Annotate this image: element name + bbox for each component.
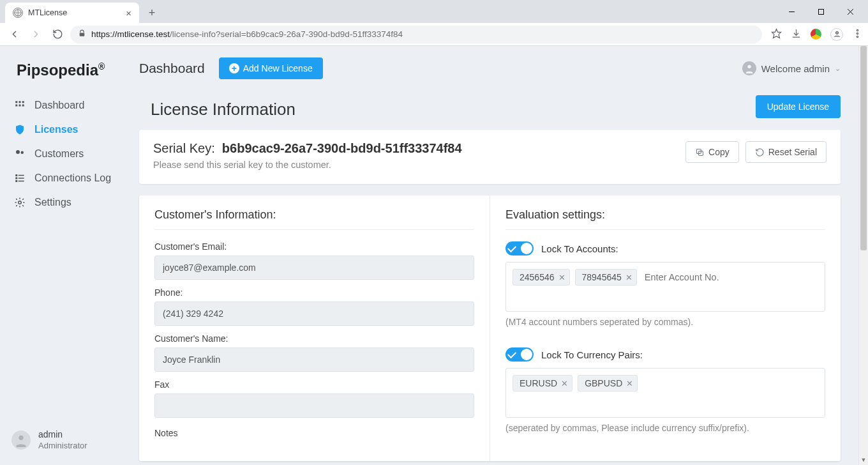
remove-icon[interactable]: ✕ — [558, 273, 565, 282]
sidebar-item-settings[interactable]: Settings — [0, 190, 128, 215]
bookmark-star-icon[interactable] — [771, 28, 782, 41]
profile-icon[interactable] — [830, 28, 843, 41]
section-title: Customer's Information: — [154, 208, 474, 230]
list-icon — [14, 172, 26, 184]
browser-tabbar: MTLicense × + — [0, 0, 868, 23]
notes-label: Notes — [154, 428, 474, 438]
scrollbar-thumb[interactable] — [860, 46, 867, 250]
window-minimize-button[interactable] — [777, 2, 805, 21]
footer-username: admin — [38, 429, 87, 441]
svg-rect-24 — [15, 180, 17, 182]
email-field[interactable] — [154, 255, 474, 280]
name-field[interactable] — [154, 347, 474, 372]
name-label: Customer's Name: — [154, 333, 474, 344]
copy-button[interactable]: Copy — [685, 141, 739, 163]
svg-point-19 — [21, 151, 24, 155]
main-content: Dashboard + Add New License Welcome admi… — [128, 46, 858, 465]
svg-point-26 — [19, 201, 22, 204]
svg-point-10 — [857, 33, 858, 34]
svg-rect-25 — [19, 181, 24, 182]
users-icon — [14, 148, 26, 160]
reset-serial-button[interactable]: Reset Serial — [745, 141, 827, 163]
close-icon[interactable]: × — [126, 8, 131, 19]
serial-key-value: b6b9cac9-26a7-390d-bd9d-51ff33374f84 — [222, 141, 462, 155]
page-scrollbar[interactable]: ▼ — [858, 46, 868, 465]
pairs-tagbox[interactable]: EURUSD✕ GBPUSD✕ — [505, 368, 825, 418]
section-title: Evaluation settings: — [505, 208, 825, 230]
sidebar-item-customers[interactable]: Customers — [0, 142, 128, 166]
user-menu[interactable]: Welcome admin ⌄ — [742, 61, 841, 75]
pair-tag[interactable]: GBPUSD✕ — [578, 375, 638, 392]
pair-tag[interactable]: EURUSD✕ — [513, 375, 572, 392]
svg-point-18 — [16, 150, 20, 154]
account-tag[interactable]: 78945645✕ — [575, 269, 637, 286]
remove-icon[interactable]: ✕ — [626, 379, 633, 388]
fax-field[interactable] — [154, 393, 474, 418]
account-input[interactable] — [642, 270, 768, 285]
grid-icon — [14, 100, 26, 111]
plus-icon: + — [229, 63, 239, 73]
kebab-menu-icon[interactable] — [852, 28, 863, 41]
svg-rect-5 — [80, 33, 85, 36]
sidebar-footer[interactable]: admin Administrator — [0, 423, 128, 457]
customer-info-panel: Customer's Information: Customer's Email… — [139, 195, 490, 461]
account-tag[interactable]: 2456546✕ — [513, 269, 570, 286]
accounts-tagbox[interactable]: 2456546✕ 78945645✕ — [505, 262, 825, 312]
avatar-icon — [742, 61, 756, 75]
svg-rect-15 — [15, 105, 17, 107]
sidebar-item-dashboard[interactable]: Dashboard — [0, 93, 128, 118]
svg-rect-14 — [22, 101, 24, 103]
serial-card: Serial Key: b6b9cac9-26a7-390d-bd9d-51ff… — [139, 130, 841, 184]
svg-rect-13 — [19, 101, 21, 103]
svg-rect-16 — [19, 105, 21, 107]
remove-icon[interactable]: ✕ — [561, 379, 568, 388]
breadcrumb-dashboard[interactable]: Dashboard — [139, 61, 205, 76]
remove-icon[interactable]: ✕ — [625, 273, 632, 282]
browser-tab[interactable]: MTLicense × — [5, 3, 139, 23]
phone-field[interactable] — [154, 301, 474, 326]
lock-accounts-toggle[interactable] — [505, 241, 534, 255]
sidebar-item-licenses[interactable]: Licenses — [0, 118, 128, 142]
button-label: Copy — [708, 147, 730, 157]
lock-accounts-label: Lock To Accounts: — [541, 243, 618, 254]
download-icon[interactable] — [791, 28, 802, 41]
update-license-button[interactable]: Update License — [756, 95, 841, 118]
window-maximize-button[interactable] — [807, 2, 835, 21]
serial-hint: Please send this serial key to the custo… — [153, 160, 685, 170]
lock-pairs-toggle[interactable] — [505, 347, 534, 362]
button-label: Add New License — [243, 63, 313, 73]
lock-icon — [78, 29, 86, 40]
serial-key-label: Serial Key: — [153, 141, 215, 155]
sidebar: Pipsopedia® Dashboard Licenses Customers — [0, 46, 128, 465]
add-new-license-button[interactable]: + Add New License — [219, 57, 323, 79]
svg-rect-12 — [15, 101, 17, 103]
scroll-down-arrow[interactable]: ▼ — [859, 455, 868, 465]
evaluation-settings-panel: Evaluation settings: Lock To Accounts: 2… — [490, 195, 841, 461]
email-label: Customer's Email: — [154, 241, 474, 252]
forward-button[interactable] — [27, 26, 45, 43]
svg-rect-21 — [19, 175, 24, 176]
user-menu-label: Welcome admin — [761, 63, 830, 74]
sidebar-item-label: Settings — [34, 197, 71, 208]
address-bar[interactable]: https://mtlicense.test/license-info?seri… — [70, 26, 762, 43]
svg-rect-20 — [15, 174, 17, 176]
sidebar-item-label: Customers — [34, 148, 84, 160]
footer-role: Administrator — [38, 441, 87, 451]
page-title: License Information — [151, 100, 296, 119]
chevron-down-icon: ⌄ — [835, 65, 841, 73]
back-button[interactable] — [5, 26, 23, 43]
sidebar-item-connections-log[interactable]: Connections Log — [0, 166, 128, 190]
window-close-button[interactable] — [836, 2, 864, 21]
sidebar-item-label: Connections Log — [34, 172, 111, 184]
reload-button[interactable] — [49, 26, 66, 43]
svg-rect-23 — [19, 178, 24, 179]
avatar-icon — [11, 431, 31, 450]
svg-point-11 — [857, 36, 858, 37]
svg-point-28 — [747, 65, 751, 68]
fax-label: Fax — [154, 379, 474, 390]
svg-rect-17 — [22, 105, 24, 107]
extension-icon[interactable] — [811, 29, 821, 40]
svg-rect-22 — [15, 178, 17, 179]
refresh-icon — [755, 148, 765, 157]
new-tab-button[interactable]: + — [143, 4, 161, 22]
